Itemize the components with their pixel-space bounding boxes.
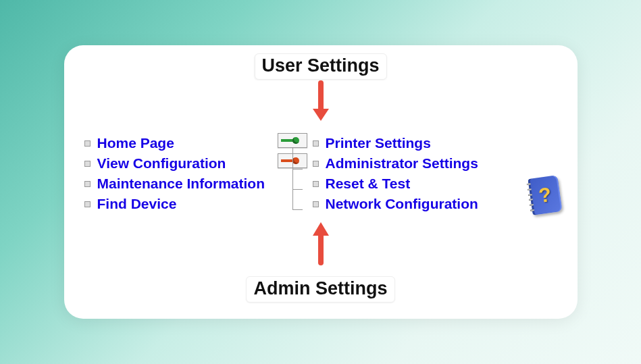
bullet-icon [313, 201, 319, 207]
user-settings-text: User Settings [261, 55, 379, 76]
bullet-icon [84, 181, 91, 187]
printer-settings-link[interactable]: Printer Settings [326, 135, 431, 151]
list-item: Maintenance Information [84, 174, 274, 194]
admin-settings-label: Admin Settings [246, 276, 394, 303]
help-book-icon: ? [528, 175, 562, 215]
bullet-icon [84, 140, 91, 147]
right-nav-list: Printer Settings Administrator Settings … [313, 133, 502, 214]
tree-connector-icon [292, 147, 306, 211]
admin-label-wrap: Admin Settings [84, 276, 557, 303]
user-key-icon[interactable] [278, 133, 307, 148]
bullet-icon [313, 140, 319, 147]
view-configuration-link[interactable]: View Configuration [97, 155, 226, 172]
home-page-link[interactable]: Home Page [97, 135, 174, 151]
bullet-icon [313, 181, 319, 187]
list-item: Home Page [84, 133, 274, 153]
list-item: Network Configuration [313, 194, 502, 214]
list-item: Administrator Settings [313, 153, 502, 174]
user-settings-label: User Settings [254, 53, 386, 80]
bullet-icon [313, 161, 319, 167]
content-row: Home Page View Configuration Maintenance… [84, 133, 557, 214]
settings-panel: User Settings Home Page View Configurati… [64, 45, 578, 319]
maintenance-information-link[interactable]: Maintenance Information [97, 176, 265, 192]
question-mark-icon: ? [537, 183, 553, 207]
key-green-icon [281, 137, 299, 144]
network-configuration-link[interactable]: Network Configuration [326, 196, 478, 212]
keys-tree [278, 133, 307, 168]
admin-settings-text: Admin Settings [253, 278, 387, 298]
administrator-settings-link[interactable]: Administrator Settings [326, 155, 478, 172]
find-device-link[interactable]: Find Device [97, 196, 177, 212]
arrow-down-icon [309, 80, 332, 126]
arrow-up-wrap [84, 217, 557, 268]
list-item: Reset & Test [313, 174, 502, 194]
list-item: View Configuration [84, 153, 274, 174]
bullet-icon [84, 201, 91, 207]
left-nav-list: Home Page View Configuration Maintenance… [84, 133, 274, 214]
list-item: Printer Settings [313, 133, 502, 153]
reset-and-test-link[interactable]: Reset & Test [326, 176, 411, 192]
list-item: Find Device [84, 194, 274, 214]
help-button[interactable]: ? [530, 177, 560, 213]
bullet-icon [84, 161, 91, 167]
arrow-up-icon [309, 217, 332, 268]
